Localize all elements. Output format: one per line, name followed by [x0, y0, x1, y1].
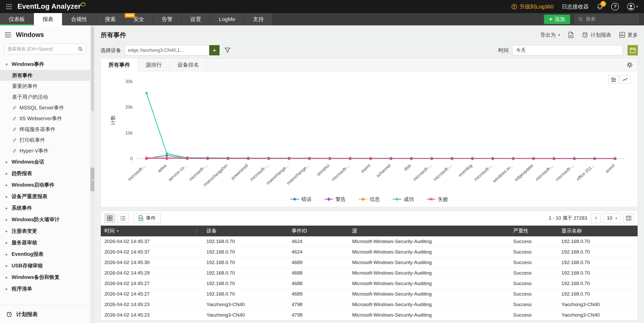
table-cell: Microsoft-Windows-Security-Auditing [349, 257, 510, 268]
add-button[interactable]: + 添加 [544, 15, 570, 24]
device-input[interactable] [125, 45, 209, 55]
tree-section[interactable]: ▸系统事件 [0, 202, 90, 214]
column-header-2[interactable]: 事件ID [288, 226, 349, 236]
tree-section[interactable]: ▸程序清单 [0, 283, 90, 295]
nav-tab-1[interactable]: 报表 [34, 13, 62, 25]
tree-section[interactable]: ▸服务器审核 [0, 237, 90, 248]
report-search-input[interactable] [7, 46, 76, 52]
page-title: 所有事件 [101, 31, 126, 39]
tree-section[interactable]: ▸Windows启动事件 [0, 179, 90, 191]
tree-section[interactable]: ▸趋势报表 [0, 168, 90, 179]
view-tab-2[interactable]: 设备排名 [170, 58, 207, 71]
time-range-input[interactable] [512, 45, 623, 55]
tree-item[interactable]: Hyper-V事件 [0, 145, 90, 156]
panel-settings-button[interactable] [622, 58, 638, 71]
tree-item[interactable]: 重要的事件 [0, 81, 90, 92]
tree-item[interactable]: MSSQL Server事件 [0, 102, 90, 113]
report-search-box[interactable] [4, 44, 86, 54]
notifications-button[interactable]: 5 [597, 3, 603, 10]
menu-icon[interactable] [5, 32, 11, 37]
list-view-button[interactable] [118, 214, 128, 223]
column-header-1[interactable]: 设备 [203, 226, 288, 236]
table-row[interactable]: 2026-04-02 14:45:23Yaozhong3-CN404798Mic… [101, 299, 638, 310]
column-header-3[interactable]: 源 [349, 226, 510, 236]
nav-tab-0[interactable]: 仪表板 [0, 13, 34, 25]
upgrade-link[interactable]: 升级到Log360 [511, 3, 553, 10]
column-header-4[interactable]: 严重性 [510, 226, 558, 236]
column-chooser-button[interactable] [623, 214, 634, 223]
svg-text:office 201...: office 201... [575, 163, 595, 182]
more-button[interactable]: 更多 [619, 32, 638, 38]
column-header-0[interactable]: 时间▾⋮ [101, 226, 203, 236]
search-icon[interactable] [78, 46, 83, 52]
nav-tab-4[interactable]: 安全NEW [125, 13, 153, 25]
tree-item[interactable]: 基于用户的活动 [0, 92, 90, 102]
table-row[interactable]: 2026-04-02 14:45:23Yaozhong3-CN404798Mic… [101, 310, 638, 320]
sidebar-collapse-handle[interactable]: ◂ [91, 168, 94, 191]
filter-button[interactable] [225, 48, 230, 53]
legend-item-1[interactable]: 警告 [324, 196, 346, 203]
tree-section[interactable]: ▸设备严重度报表 [0, 191, 90, 202]
log-receiver-link[interactable]: 日志接收器 [562, 3, 589, 10]
nav-tab-5[interactable]: 告警 [153, 13, 182, 25]
svg-text:powershell: powershell [230, 163, 249, 181]
chevron-icon: ▸ [5, 194, 9, 199]
view-tab-0[interactable]: 所有事件 [101, 58, 138, 71]
legend-item-3[interactable]: 成功 [393, 196, 414, 203]
sidebar-scrollbar[interactable]: ◂ [91, 25, 94, 323]
tree-section[interactable]: ▸Eventlog报表 [0, 248, 90, 260]
tree-item[interactable]: IIS Webserver事件 [0, 113, 90, 124]
table-row[interactable]: 2026-04-02 14:45:27192.168.0.704689Micro… [101, 289, 638, 299]
nav-tab-3[interactable]: 搜索 [96, 13, 125, 25]
chart-type-button[interactable] [620, 75, 630, 84]
nav-tab-8[interactable]: 支持 [244, 13, 273, 25]
table-row[interactable]: 2026-04-02 14:45:27192.168.0.704688Micro… [101, 278, 638, 289]
sort-desc-icon[interactable]: ▾ [117, 229, 119, 233]
chart-settings-button[interactable] [608, 75, 619, 84]
export-file-icon[interactable] [568, 32, 574, 38]
help-button[interactable]: ? [611, 3, 619, 11]
nav-tab-2[interactable]: 合规性 [62, 13, 96, 25]
table-cell: 192.168.0.70 [203, 268, 288, 278]
grid-view-button[interactable] [104, 214, 115, 223]
tree-section[interactable]: ▾Windows事件 [0, 58, 90, 70]
legend-item-2[interactable]: 信息 [359, 196, 380, 203]
tree-item[interactable]: 打印机事件 [0, 135, 90, 145]
schedule-report-button[interactable]: 计划报表 [582, 32, 611, 38]
table-row[interactable]: 2026-04-02 14:45:37192.168.0.704624Micro… [101, 236, 638, 247]
scheduled-reports-link[interactable]: 计划报表 [0, 305, 90, 323]
table-row[interactable]: 2026-04-02 14:45:30192.168.0.704689Micro… [101, 257, 638, 268]
app-launcher-icon[interactable] [6, 4, 12, 9]
tree-section[interactable]: ▸Windows会话 [0, 156, 90, 168]
legend-item-4[interactable]: 失败 [427, 196, 448, 203]
tree-item[interactable]: 终端服务器事件 [0, 124, 90, 135]
table-row[interactable]: 2026-04-02 14:45:29192.168.0.704688Micro… [101, 268, 638, 278]
legend-marker-icon [427, 197, 435, 201]
user-menu[interactable]: ▾ [627, 3, 638, 11]
page-size-select[interactable]: 10 ▾ [603, 214, 621, 223]
global-search-input[interactable] [586, 16, 636, 22]
next-page-button[interactable]: › [591, 214, 601, 223]
column-header-5[interactable]: 显示名称 [558, 226, 638, 236]
global-search[interactable] [575, 15, 639, 24]
add-device-button[interactable]: + [209, 45, 220, 55]
export-dropdown[interactable]: 导出为 ▾ [540, 32, 560, 38]
column-menu-icon[interactable]: ⋮ [194, 228, 199, 234]
tree-section[interactable]: ▸注册表变更 [0, 225, 90, 237]
calendar-button[interactable] [628, 45, 638, 55]
tree-section[interactable]: ▸USB存储审核 [0, 260, 90, 271]
time-label: 时间 [498, 47, 509, 54]
table-row[interactable]: 2026-04-02 14:45:37192.168.0.704624Micro… [101, 247, 638, 257]
view-tab-1[interactable]: 源排行 [138, 58, 170, 71]
chevron-icon: ▸ [5, 287, 9, 291]
scrollbar-thumb[interactable] [91, 26, 94, 111]
tree-section[interactable]: ▸Windows防火墙审计 [0, 214, 90, 225]
search-icon [578, 17, 583, 22]
nav-tab-7[interactable]: LogMe [210, 13, 244, 25]
legend-item-0[interactable]: 错误 [290, 196, 312, 203]
tree-item[interactable]: 所有事件 [0, 70, 90, 81]
tree-section[interactable]: ▸Windows备份和恢复 [0, 271, 90, 283]
nav-tab-6[interactable]: 设置 [182, 13, 210, 25]
table-cell: Success [510, 247, 558, 257]
events-button[interactable]: 事件 [134, 214, 161, 223]
